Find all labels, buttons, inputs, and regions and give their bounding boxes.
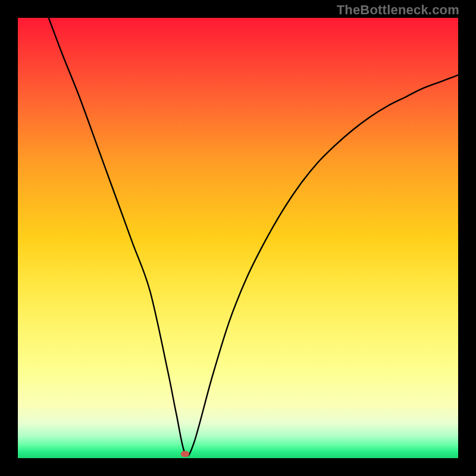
watermark-text: TheBottleneck.com xyxy=(337,2,459,18)
bottleneck-curve xyxy=(18,18,458,458)
plot-area xyxy=(18,18,458,458)
minimum-marker xyxy=(181,451,189,457)
chart-frame: TheBottleneck.com xyxy=(0,0,476,476)
